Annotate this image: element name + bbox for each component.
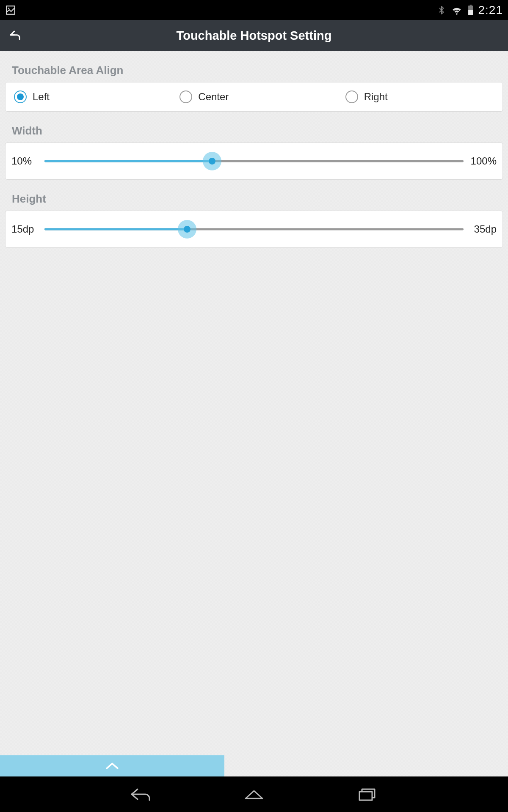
section-label-height: Height: [5, 192, 503, 206]
radio-icon: [179, 91, 192, 103]
app-bar: Touchable Hotspot Setting: [0, 20, 508, 51]
height-slider-card: 15dp 35dp: [5, 211, 503, 248]
radio-icon: [345, 91, 358, 103]
section-label-width: Width: [5, 124, 503, 137]
nav-recent-button[interactable]: [350, 782, 384, 807]
svg-rect-5: [359, 792, 372, 800]
radio-icon: [14, 91, 27, 103]
nav-home-button[interactable]: [237, 782, 271, 807]
svg-rect-4: [468, 10, 473, 15]
radio-option-left[interactable]: Left: [6, 91, 171, 103]
slider-thumb[interactable]: [178, 220, 196, 239]
height-max-label: 35dp: [470, 223, 497, 235]
slider-track-fill: [44, 228, 187, 230]
wifi-icon: [450, 5, 463, 15]
height-min-label: 15dp: [11, 223, 38, 235]
chevron-up-icon: [105, 762, 119, 770]
status-bar: 2:21: [0, 0, 508, 20]
radio-label: Center: [198, 91, 229, 103]
width-slider[interactable]: [44, 152, 464, 170]
back-button[interactable]: [0, 20, 30, 51]
width-slider-card: 10% 100%: [5, 143, 503, 180]
align-radio-group: Left Center Right: [5, 82, 503, 112]
status-clock: 2:21: [478, 3, 503, 17]
expand-handle[interactable]: [0, 755, 224, 776]
slider-thumb[interactable]: [203, 152, 221, 170]
navigation-bar: [0, 776, 508, 812]
battery-icon: [467, 5, 474, 16]
content-area: Touchable Area Align Left Center Right W…: [0, 51, 508, 776]
radio-label: Left: [33, 91, 50, 103]
radio-label: Right: [364, 91, 388, 103]
nav-back-button[interactable]: [124, 782, 158, 807]
radio-option-right[interactable]: Right: [337, 91, 502, 103]
radio-option-center[interactable]: Center: [171, 91, 337, 103]
bluetooth-icon: [437, 5, 446, 16]
width-min-label: 10%: [11, 155, 38, 167]
svg-rect-0: [6, 6, 15, 14]
svg-rect-3: [469, 5, 472, 5]
height-slider[interactable]: [44, 220, 464, 239]
page-title: Touchable Hotspot Setting: [0, 29, 508, 43]
notification-icon: [5, 5, 16, 16]
svg-point-1: [8, 8, 9, 9]
slider-track-fill: [44, 160, 212, 162]
section-label-align: Touchable Area Align: [5, 64, 503, 77]
width-max-label: 100%: [470, 155, 497, 167]
